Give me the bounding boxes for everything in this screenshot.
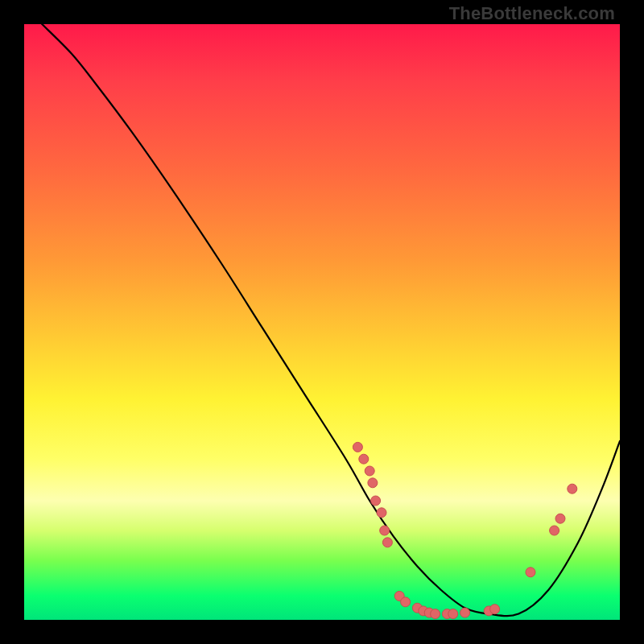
data-point bbox=[377, 508, 386, 518]
data-point bbox=[490, 605, 500, 614]
data-point bbox=[568, 484, 577, 493]
data-point bbox=[353, 442, 362, 452]
data-point bbox=[460, 608, 470, 617]
curve-svg bbox=[24, 24, 620, 620]
data-point bbox=[448, 609, 458, 619]
chart-container: TheBottleneck.com bbox=[0, 0, 644, 644]
data-point bbox=[526, 568, 535, 577]
data-point bbox=[380, 526, 390, 535]
data-point bbox=[401, 597, 411, 607]
data-point bbox=[365, 466, 374, 476]
data-point bbox=[550, 526, 559, 535]
data-point bbox=[371, 496, 381, 506]
data-point bbox=[431, 609, 440, 619]
data-point bbox=[368, 478, 378, 488]
data-point bbox=[359, 454, 369, 464]
bottleneck-curve bbox=[42, 24, 620, 616]
data-point bbox=[555, 514, 565, 523]
watermark-text: TheBottleneck.com bbox=[449, 3, 615, 24]
data-points bbox=[353, 442, 576, 618]
data-point bbox=[382, 538, 392, 547]
plot-area bbox=[24, 24, 620, 620]
